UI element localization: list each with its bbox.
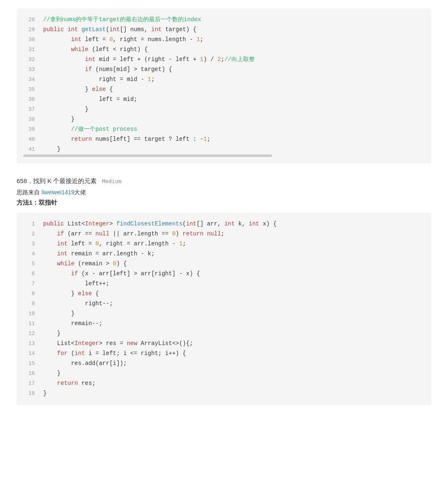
line-content: left = mid;: [43, 95, 137, 105]
line-number: 16: [23, 369, 35, 378]
line-content: public int getLast(int[] nums, int targe…: [43, 25, 197, 35]
line-number: 38: [23, 115, 35, 124]
line-content: }: [43, 115, 75, 125]
line-number: 32: [23, 55, 35, 64]
line-number: 36: [23, 95, 35, 104]
line-content: right--;: [43, 299, 113, 309]
difficulty-badge: Medium: [102, 178, 122, 184]
line-content: right = mid - 1;: [43, 75, 155, 85]
line-content: while (remain > 0) {: [43, 259, 127, 269]
line-number: 2: [23, 230, 35, 239]
code-line: 1public List<Integer> findClosestElement…: [17, 219, 431, 229]
code-line: 2 if (arr == null || arr.length == 0) re…: [17, 229, 431, 239]
code-line: 30 int left = 0, right = nums.length - 1…: [17, 35, 431, 45]
code-line: 8 } else {: [17, 289, 431, 299]
section-title-658: 658．找到 K 个最接近的元素 Medium: [17, 175, 431, 186]
line-content: for (int i = left; i <= right; i++) {: [43, 349, 186, 359]
code-block-2: 1public List<Integer> findClosestElement…: [17, 213, 431, 405]
code-line: 38 }: [17, 115, 431, 125]
line-content: if (x - arr[left] > arr[right] - x) {: [43, 269, 200, 279]
line-content: //拿到nums的中等于target的最右边的最后一个数的index: [43, 15, 201, 25]
source-label: 思路来自: [17, 189, 41, 196]
line-number: 8: [23, 289, 35, 299]
section-source: 思路来自 liweiwei1419大佬: [17, 189, 431, 196]
line-content: } else {: [43, 289, 99, 299]
line-content: List<Integer> res = new ArrayList<>(){;: [43, 339, 193, 349]
line-number: 30: [23, 35, 35, 44]
code-line: 4 int remain = arr.length - k;: [17, 249, 431, 259]
line-number: 33: [23, 65, 35, 74]
line-content: }: [43, 369, 61, 379]
source-suffix: 大佬: [74, 189, 86, 196]
code-line: 29public int getLast(int[] nums, int tar…: [17, 25, 431, 35]
line-content: while (left < right) {: [43, 45, 148, 55]
code-line: 15 res.add(arr[i]);: [17, 359, 431, 369]
code-line: 37 }: [17, 105, 431, 115]
line-content: }: [43, 389, 46, 399]
code-line: 39 //做一个post process: [17, 125, 431, 135]
code-line: 35 } else {: [17, 85, 431, 95]
line-number: 39: [23, 125, 35, 134]
line-number: 1: [23, 220, 35, 229]
line-number: 15: [23, 359, 35, 368]
line-number: 37: [23, 105, 35, 114]
code-line: 31 while (left < right) {: [17, 45, 431, 55]
line-number: 35: [23, 85, 35, 94]
line-number: 41: [23, 145, 35, 154]
line-number: 29: [23, 25, 35, 34]
line-number: 7: [23, 279, 35, 289]
line-number: 4: [23, 250, 35, 259]
scrollbar-1[interactable]: [23, 154, 272, 157]
line-content: } else {: [43, 85, 113, 95]
code-line: 13 List<Integer> res = new ArrayList<>()…: [17, 339, 431, 349]
code-line: 3 int left = 0, right = arr.length - 1;: [17, 239, 431, 249]
line-number: 14: [23, 349, 35, 358]
code-line: 9 right--;: [17, 299, 431, 309]
line-number: 10: [23, 309, 35, 318]
code-line: 12 }: [17, 329, 431, 339]
line-number: 13: [23, 339, 35, 348]
line-content: }: [43, 105, 88, 115]
line-content: //做一个post process: [43, 125, 137, 135]
code-line: 32 int mid = left + (right - left + 1) /…: [17, 55, 431, 65]
code-line: 7 left++;: [17, 279, 431, 289]
line-number: 28: [23, 15, 35, 24]
code-line: 28//拿到nums的中等于target的最右边的最后一个数的index: [17, 15, 431, 25]
code-line: 18}: [17, 389, 431, 399]
code-line: 34 right = mid - 1;: [17, 75, 431, 85]
code-line: 16 }: [17, 369, 431, 379]
code-line: 5 while (remain > 0) {: [17, 259, 431, 269]
line-number: 9: [23, 299, 35, 309]
line-content: left++;: [43, 279, 110, 289]
line-number: 31: [23, 45, 35, 54]
code-line: 41 }: [17, 144, 431, 154]
line-number: 18: [23, 389, 35, 398]
line-number: 17: [23, 379, 35, 388]
code-line: 11 remain--;: [17, 319, 431, 329]
line-content: int mid = left + (right - left + 1) / 2;…: [43, 55, 255, 65]
line-content: return res;: [43, 379, 95, 389]
line-number: 5: [23, 260, 35, 269]
line-content: remain--;: [43, 319, 102, 329]
code-line: 40 return nums[left] == target ? left : …: [17, 135, 431, 144]
line-number: 40: [23, 135, 35, 144]
line-content: }: [43, 329, 61, 339]
code-line: 10 }: [17, 309, 431, 319]
line-content: res.add(arr[i]);: [43, 359, 127, 369]
line-number: 34: [23, 75, 35, 84]
line-content: if (arr == null || arr.length == 0) retu…: [43, 229, 224, 239]
line-content: if (nums[mid] > target) {: [43, 65, 172, 75]
source-link[interactable]: liweiwei1419: [41, 189, 74, 196]
code-line: 17 return res;: [17, 379, 431, 389]
line-content: }: [43, 309, 75, 319]
code-line: 6 if (x - arr[left] > arr[right] - x) {: [17, 269, 431, 279]
line-content: int left = 0, right = arr.length - 1;: [43, 239, 186, 249]
line-content: public List<Integer> findClosestElements…: [43, 219, 277, 229]
code-line: 33 if (nums[mid] > target) {: [17, 65, 431, 75]
line-content: return nums[left] == target ? left : -1;: [43, 135, 210, 144]
line-number: 11: [23, 319, 35, 328]
code-line: 14 for (int i = left; i <= right; i++) {: [17, 349, 431, 359]
line-number: 3: [23, 240, 35, 249]
method-title: 方法1：双指针: [17, 199, 431, 207]
line-number: 6: [23, 269, 35, 279]
